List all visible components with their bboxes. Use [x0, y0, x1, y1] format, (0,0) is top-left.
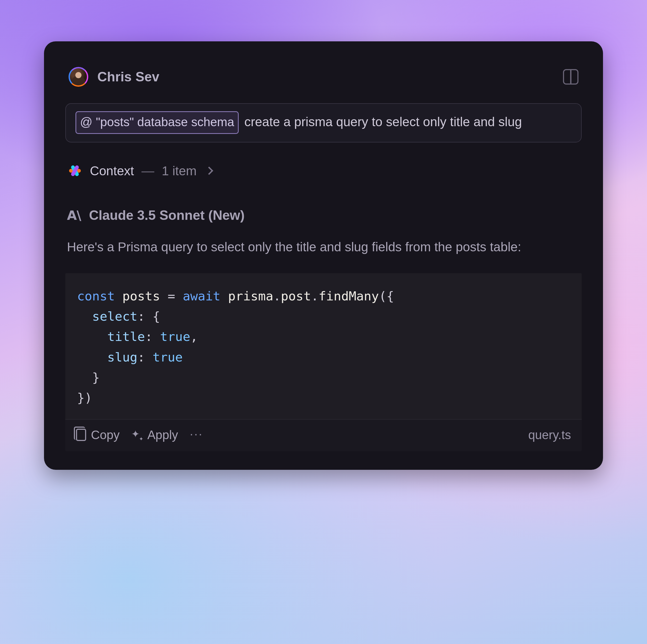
context-count: 1 item: [162, 164, 197, 178]
panel-toggle-icon[interactable]: [563, 69, 578, 84]
context-icon: [67, 163, 82, 178]
code-filename: query.ts: [528, 428, 571, 442]
model-row: A\ Claude 3.5 Sonnet (New): [65, 207, 582, 223]
chat-panel: Chris Sev @ "posts" database schema crea…: [44, 41, 603, 470]
code-footer: Copy Apply ··· query.ts: [65, 419, 582, 451]
context-row[interactable]: Context — 1 item: [65, 163, 582, 178]
apply-button[interactable]: Apply: [131, 428, 178, 442]
sparkle-icon: [131, 429, 142, 441]
response-text: Here's a Prisma query to select only the…: [65, 237, 582, 257]
header-row: Chris Sev: [65, 67, 582, 87]
username: Chris Sev: [97, 69, 159, 84]
avatar[interactable]: [69, 67, 88, 87]
copy-icon: [76, 429, 86, 441]
context-separator: —: [141, 164, 154, 178]
copy-button[interactable]: Copy: [76, 428, 120, 442]
anthropic-logo-icon: A\: [67, 208, 81, 223]
prompt-input[interactable]: @ "posts" database schema create a prism…: [65, 103, 582, 142]
copy-label: Copy: [91, 428, 120, 442]
chevron-right-icon: [205, 167, 213, 175]
code-block[interactable]: const posts = await prisma.post.findMany…: [65, 273, 582, 419]
user-group: Chris Sev: [69, 67, 159, 87]
mention-chip[interactable]: @ "posts" database schema: [75, 111, 239, 134]
code-footer-left: Copy Apply ···: [76, 427, 203, 443]
context-label: Context: [90, 164, 134, 178]
model-name: Claude 3.5 Sonnet (New): [89, 207, 244, 223]
more-button[interactable]: ···: [190, 427, 203, 443]
prompt-text: create a prisma query to select only tit…: [241, 115, 522, 129]
apply-label: Apply: [147, 428, 178, 442]
